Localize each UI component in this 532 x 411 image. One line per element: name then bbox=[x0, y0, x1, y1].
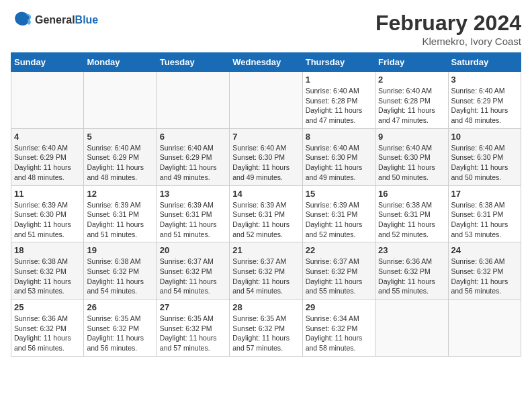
day-number: 6 bbox=[160, 132, 226, 142]
calendar-cell: 13Sunrise: 6:39 AMSunset: 6:31 PMDayligh… bbox=[157, 185, 229, 242]
day-info: Sunrise: 6:36 AMSunset: 6:32 PMDaylight:… bbox=[451, 257, 518, 296]
calendar-cell bbox=[230, 72, 302, 129]
day-number: 27 bbox=[160, 302, 226, 312]
calendar-week-3: 18Sunrise: 6:38 AMSunset: 6:32 PMDayligh… bbox=[11, 242, 521, 300]
page-header: GeneralBlue February 2024 Klemekro, Ivor… bbox=[11, 11, 521, 47]
header-tuesday: Tuesday bbox=[157, 53, 229, 72]
header-sunday: Sunday bbox=[11, 53, 84, 72]
calendar-cell: 25Sunrise: 6:36 AMSunset: 6:32 PMDayligh… bbox=[11, 300, 84, 357]
day-number: 18 bbox=[14, 245, 81, 255]
calendar-cell: 7Sunrise: 6:40 AMSunset: 6:30 PMDaylight… bbox=[230, 128, 302, 185]
day-info: Sunrise: 6:37 AMSunset: 6:32 PMDaylight:… bbox=[160, 257, 226, 296]
day-info: Sunrise: 6:40 AMSunset: 6:30 PMDaylight:… bbox=[232, 143, 299, 183]
calendar-cell bbox=[84, 72, 157, 129]
day-number: 2 bbox=[378, 75, 445, 85]
calendar-cell: 8Sunrise: 6:40 AMSunset: 6:30 PMDaylight… bbox=[302, 128, 375, 185]
calendar-subtitle: Klemekro, Ivory Coast bbox=[375, 36, 521, 47]
day-info: Sunrise: 6:38 AMSunset: 6:31 PMDaylight:… bbox=[451, 200, 518, 240]
calendar-cell: 17Sunrise: 6:38 AMSunset: 6:31 PMDayligh… bbox=[448, 185, 521, 242]
day-info: Sunrise: 6:35 AMSunset: 6:32 PMDaylight:… bbox=[160, 314, 226, 353]
day-number: 21 bbox=[232, 245, 299, 255]
day-info: Sunrise: 6:40 AMSunset: 6:29 PMDaylight:… bbox=[160, 143, 226, 183]
header-monday: Monday bbox=[84, 53, 157, 72]
day-number: 19 bbox=[87, 245, 153, 255]
day-info: Sunrise: 6:40 AMSunset: 6:30 PMDaylight:… bbox=[306, 143, 372, 183]
day-number: 17 bbox=[451, 189, 518, 199]
day-number: 28 bbox=[232, 302, 299, 312]
calendar-cell: 21Sunrise: 6:37 AMSunset: 6:32 PMDayligh… bbox=[230, 242, 302, 300]
day-info: Sunrise: 6:40 AMSunset: 6:29 PMDaylight:… bbox=[451, 86, 518, 126]
calendar-cell: 24Sunrise: 6:36 AMSunset: 6:32 PMDayligh… bbox=[448, 242, 521, 300]
header-thursday: Thursday bbox=[302, 53, 375, 72]
calendar-cell: 26Sunrise: 6:35 AMSunset: 6:32 PMDayligh… bbox=[84, 300, 157, 357]
calendar-cell bbox=[448, 300, 521, 357]
day-info: Sunrise: 6:40 AMSunset: 6:30 PMDaylight:… bbox=[378, 143, 445, 183]
calendar-cell: 4Sunrise: 6:40 AMSunset: 6:29 PMDaylight… bbox=[11, 128, 84, 185]
day-info: Sunrise: 6:36 AMSunset: 6:32 PMDaylight:… bbox=[378, 257, 445, 296]
day-info: Sunrise: 6:39 AMSunset: 6:31 PMDaylight:… bbox=[306, 200, 372, 240]
day-info: Sunrise: 6:40 AMSunset: 6:30 PMDaylight:… bbox=[451, 143, 518, 183]
day-number: 14 bbox=[232, 189, 299, 199]
day-number: 5 bbox=[87, 132, 153, 142]
calendar-cell: 14Sunrise: 6:39 AMSunset: 6:31 PMDayligh… bbox=[230, 185, 302, 242]
day-info: Sunrise: 6:40 AMSunset: 6:28 PMDaylight:… bbox=[378, 86, 445, 126]
day-info: Sunrise: 6:38 AMSunset: 6:31 PMDaylight:… bbox=[378, 200, 445, 240]
calendar-cell: 12Sunrise: 6:39 AMSunset: 6:31 PMDayligh… bbox=[84, 185, 157, 242]
day-info: Sunrise: 6:35 AMSunset: 6:32 PMDaylight:… bbox=[232, 314, 299, 353]
calendar-cell: 27Sunrise: 6:35 AMSunset: 6:32 PMDayligh… bbox=[157, 300, 229, 357]
day-number: 10 bbox=[451, 132, 518, 142]
calendar-title-block: February 2024 Klemekro, Ivory Coast bbox=[375, 11, 521, 47]
calendar-header-row: Sunday Monday Tuesday Wednesday Thursday… bbox=[11, 53, 521, 72]
day-info: Sunrise: 6:38 AMSunset: 6:32 PMDaylight:… bbox=[87, 257, 153, 296]
day-number: 15 bbox=[306, 189, 372, 199]
calendar-cell: 3Sunrise: 6:40 AMSunset: 6:29 PMDaylight… bbox=[448, 72, 521, 129]
calendar-cell: 5Sunrise: 6:40 AMSunset: 6:29 PMDaylight… bbox=[84, 128, 157, 185]
day-info: Sunrise: 6:34 AMSunset: 6:32 PMDaylight:… bbox=[306, 314, 372, 353]
day-number: 22 bbox=[306, 245, 372, 255]
calendar-cell: 29Sunrise: 6:34 AMSunset: 6:32 PMDayligh… bbox=[302, 300, 375, 357]
day-info: Sunrise: 6:37 AMSunset: 6:32 PMDaylight:… bbox=[306, 257, 372, 296]
header-friday: Friday bbox=[375, 53, 448, 72]
day-number: 20 bbox=[160, 245, 226, 255]
calendar-cell: 23Sunrise: 6:36 AMSunset: 6:32 PMDayligh… bbox=[375, 242, 448, 300]
calendar-cell: 19Sunrise: 6:38 AMSunset: 6:32 PMDayligh… bbox=[84, 242, 157, 300]
day-number: 12 bbox=[87, 189, 153, 199]
day-info: Sunrise: 6:39 AMSunset: 6:30 PMDaylight:… bbox=[14, 200, 81, 240]
header-saturday: Saturday bbox=[448, 53, 521, 72]
day-number: 1 bbox=[306, 75, 372, 85]
calendar-cell: 16Sunrise: 6:38 AMSunset: 6:31 PMDayligh… bbox=[375, 185, 448, 242]
calendar-week-4: 25Sunrise: 6:36 AMSunset: 6:32 PMDayligh… bbox=[11, 300, 521, 357]
day-number: 16 bbox=[378, 189, 445, 199]
calendar-cell: 9Sunrise: 6:40 AMSunset: 6:30 PMDaylight… bbox=[375, 128, 448, 185]
day-info: Sunrise: 6:39 AMSunset: 6:31 PMDaylight:… bbox=[232, 200, 299, 240]
calendar-cell bbox=[157, 72, 229, 129]
day-number: 25 bbox=[14, 302, 81, 312]
day-info: Sunrise: 6:40 AMSunset: 6:28 PMDaylight:… bbox=[306, 86, 372, 126]
logo-icon bbox=[11, 11, 32, 30]
day-number: 11 bbox=[14, 189, 81, 199]
calendar-week-0: 1Sunrise: 6:40 AMSunset: 6:28 PMDaylight… bbox=[11, 72, 521, 129]
calendar-cell: 11Sunrise: 6:39 AMSunset: 6:30 PMDayligh… bbox=[11, 185, 84, 242]
day-number: 3 bbox=[451, 75, 518, 85]
calendar-cell bbox=[11, 72, 84, 129]
calendar-week-1: 4Sunrise: 6:40 AMSunset: 6:29 PMDaylight… bbox=[11, 128, 521, 185]
calendar-cell: 6Sunrise: 6:40 AMSunset: 6:29 PMDaylight… bbox=[157, 128, 229, 185]
day-info: Sunrise: 6:37 AMSunset: 6:32 PMDaylight:… bbox=[232, 257, 299, 296]
calendar-table: Sunday Monday Tuesday Wednesday Thursday… bbox=[11, 52, 521, 357]
day-info: Sunrise: 6:40 AMSunset: 6:29 PMDaylight:… bbox=[14, 143, 81, 183]
calendar-cell: 20Sunrise: 6:37 AMSunset: 6:32 PMDayligh… bbox=[157, 242, 229, 300]
day-info: Sunrise: 6:35 AMSunset: 6:32 PMDaylight:… bbox=[87, 314, 153, 353]
logo: GeneralBlue bbox=[11, 11, 98, 30]
day-number: 8 bbox=[306, 132, 372, 142]
calendar-cell bbox=[375, 300, 448, 357]
calendar-cell: 22Sunrise: 6:37 AMSunset: 6:32 PMDayligh… bbox=[302, 242, 375, 300]
day-number: 4 bbox=[14, 132, 81, 142]
day-number: 7 bbox=[232, 132, 299, 142]
calendar-cell: 15Sunrise: 6:39 AMSunset: 6:31 PMDayligh… bbox=[302, 185, 375, 242]
day-number: 29 bbox=[306, 302, 372, 312]
day-number: 23 bbox=[378, 245, 445, 255]
day-info: Sunrise: 6:40 AMSunset: 6:29 PMDaylight:… bbox=[87, 143, 153, 183]
logo-text: GeneralBlue bbox=[35, 14, 98, 26]
day-number: 24 bbox=[451, 245, 518, 255]
day-number: 9 bbox=[378, 132, 445, 142]
